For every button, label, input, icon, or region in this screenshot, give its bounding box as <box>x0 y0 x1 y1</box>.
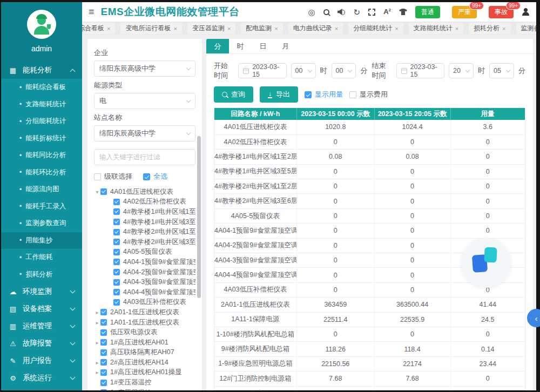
sidebar-section[interactable]: ⚙系统运行 <box>1 369 82 387</box>
theme-icon[interactable] <box>399 9 407 15</box>
tree-item[interactable]: ▸1#高压进线柜AH01 <box>94 337 195 348</box>
start-minute-select[interactable]: 00 <box>332 63 356 78</box>
close-tab-icon[interactable]: × <box>395 25 398 32</box>
search-icon[interactable] <box>323 9 329 15</box>
avatar[interactable] <box>27 10 56 39</box>
checkbox-checked-icon[interactable] <box>113 259 120 265</box>
checkbox-checked-icon[interactable] <box>100 188 107 195</box>
hamburger-menu-icon[interactable]: ≡ <box>89 6 94 18</box>
sidebar-item[interactable]: •损耗分析 <box>1 266 82 283</box>
refresh-icon[interactable]: ↻ <box>354 8 361 16</box>
sidebar-section[interactable]: ▥运维管理 <box>1 317 82 335</box>
sidebar-item[interactable]: •支路能耗统计 <box>1 96 82 113</box>
caret-right-icon[interactable]: ▸ <box>94 340 100 346</box>
close-tab-icon[interactable]: × <box>335 25 338 32</box>
station-select[interactable]: 绵阳东辰高级中学 <box>94 125 195 141</box>
sidebar-item[interactable]: •能耗环比分析 <box>1 164 82 181</box>
tree-item[interactable]: ▸2A01-1低压进线柜仪表 <box>94 307 195 317</box>
page-tab[interactable]: 变压器监测× <box>187 23 235 34</box>
checkbox-checked-icon[interactable] <box>100 380 107 386</box>
checkbox-checked-icon[interactable] <box>100 389 107 390</box>
tree-item[interactable]: 4A04-2预留9#食堂屋顶空调机组仪表 <box>94 267 195 278</box>
alarm-badge[interactable]: 普通 <box>415 6 440 18</box>
checkbox-checked-icon[interactable] <box>113 289 120 295</box>
sidebar-item[interactable]: •监测参数查询 <box>1 215 82 232</box>
caret-right-icon[interactable]: ▸ <box>94 309 100 315</box>
volume-icon[interactable] <box>338 9 346 15</box>
period-tab[interactable]: 月 <box>274 39 297 53</box>
tree-scrollbar[interactable] <box>197 136 201 298</box>
page-tab[interactable]: 电力曲线记录× <box>288 23 343 34</box>
period-tab[interactable]: 日 <box>252 39 274 53</box>
tree-item[interactable]: 高压联络隔离柜AH07 <box>94 348 195 358</box>
alarm-badge[interactable]: 事故99+ <box>489 6 514 18</box>
close-tab-icon[interactable]: × <box>173 25 177 32</box>
close-tab-icon[interactable]: × <box>107 25 110 32</box>
show-usage-checkbox[interactable]: 显示用量 <box>305 90 343 99</box>
page-tab[interactable]: 损耗分析× <box>469 23 510 34</box>
sidebar-item[interactable]: •能耗折标统计 <box>1 130 82 147</box>
caret-right-icon[interactable]: ▸ <box>94 320 100 326</box>
page-tab[interactable]: 分组能耗统计× <box>348 23 403 34</box>
period-tab[interactable]: 分 <box>206 39 229 53</box>
close-tab-icon[interactable]: × <box>502 25 505 32</box>
sidebar-section[interactable]: ✎用户报告 <box>1 352 82 369</box>
tree-item[interactable]: 4A04-3预留9#食堂屋顶空调机组仪表 <box>94 277 195 287</box>
tree-item[interactable]: 4A05-5预留仪表 <box>94 247 195 258</box>
energy-type-select[interactable]: 电 <box>94 93 195 109</box>
keyword-filter-input[interactable] <box>94 149 195 165</box>
start-hour-select[interactable]: 00 <box>291 63 316 78</box>
alarm-badge[interactable]: 严重99+ <box>452 6 477 18</box>
tree-item[interactable]: 4#教学楼2#电井区域1至2层动力仪表 <box>94 227 195 237</box>
checkbox-checked-icon[interactable] <box>100 329 107 336</box>
sidebar-section[interactable]: ▣基础信息 <box>1 387 82 390</box>
fullscreen-icon[interactable] <box>368 9 375 16</box>
tree-item[interactable]: 4#教学楼2#电井区域3至6层动力仪表 <box>94 237 195 247</box>
page-tab[interactable]: 监测参数查询× <box>516 23 537 34</box>
start-date-picker[interactable]: 2023-03-15 <box>238 63 286 78</box>
caret-right-icon[interactable]: ▸ <box>94 369 100 375</box>
page-tab[interactable]: 支路能耗统计× <box>409 23 463 34</box>
checkbox-checked-icon[interactable] <box>113 269 120 275</box>
sidebar-section[interactable]: ☁环境监测 <box>1 283 82 300</box>
end-date-picker[interactable]: 2023-03-15 <box>396 63 444 78</box>
page-tab[interactable]: 配电监测× <box>241 23 282 34</box>
caret-right-icon[interactable]: ▸ <box>94 360 100 366</box>
tree-item[interactable]: 2#变压器温控 <box>94 388 195 390</box>
checkbox-checked-icon[interactable] <box>113 299 120 306</box>
tree-item[interactable]: 低压双电源仪表 <box>94 327 195 337</box>
export-button[interactable]: ↓ 导出 <box>260 86 298 103</box>
checkbox-checked-icon[interactable] <box>100 339 107 346</box>
tree-item[interactable]: 4#教学楼1#电井区域3至5层动力仪表 <box>94 217 195 227</box>
close-tab-icon[interactable]: × <box>227 25 231 32</box>
tree-item[interactable]: ▾4A01低压进线柜仪表 <box>94 187 195 197</box>
sidebar-item[interactable]: •能耗同比分析 <box>1 147 82 164</box>
sidebar-item[interactable]: •工作能耗 <box>1 249 82 266</box>
page-tab[interactable]: 综合看板× <box>82 23 115 34</box>
tree-item[interactable]: 1#变压器温控 <box>94 377 195 388</box>
checkbox-checked-icon[interactable] <box>113 279 120 286</box>
tree-item[interactable]: ▸1#高压进线柜AH01操显 <box>94 368 195 378</box>
show-cost-checkbox[interactable]: 显示费用 <box>349 90 388 99</box>
checkbox-checked-icon[interactable] <box>113 229 120 235</box>
close-tab-icon[interactable]: × <box>274 25 278 32</box>
page-tab[interactable]: 变电所运行看板× <box>120 23 181 34</box>
checkbox-checked-icon[interactable] <box>113 219 120 225</box>
tree-item[interactable]: 4A02低压补偿柜仪表 <box>94 197 195 207</box>
target-icon[interactable]: ◎ <box>308 8 315 16</box>
tree-item[interactable]: 4#教学楼1#电井区域1至2层动力仪表 <box>94 207 195 217</box>
caret-down-icon[interactable]: ▾ <box>94 189 100 195</box>
query-button[interactable]: 查询 <box>214 86 253 103</box>
checkbox-checked-icon[interactable] <box>100 369 107 376</box>
end-hour-select[interactable]: 20 <box>449 63 474 78</box>
user-icon[interactable] <box>522 8 530 16</box>
company-select[interactable]: 绵阳东辰高级中学 <box>94 60 195 77</box>
checkbox-checked-icon[interactable] <box>100 359 107 366</box>
close-tab-icon[interactable]: × <box>455 25 458 32</box>
checkbox-checked-icon[interactable] <box>100 319 107 326</box>
tree-item[interactable]: 4A04-1预留9#食堂屋顶空调机组仪表 <box>94 257 195 267</box>
tree-item[interactable]: ▸2#高压进线柜AH14 <box>94 357 195 368</box>
sidebar-item[interactable]: •分组能耗统计 <box>1 113 82 130</box>
checkbox-checked-icon[interactable] <box>100 349 107 356</box>
end-minute-select[interactable]: 05 <box>489 63 514 78</box>
